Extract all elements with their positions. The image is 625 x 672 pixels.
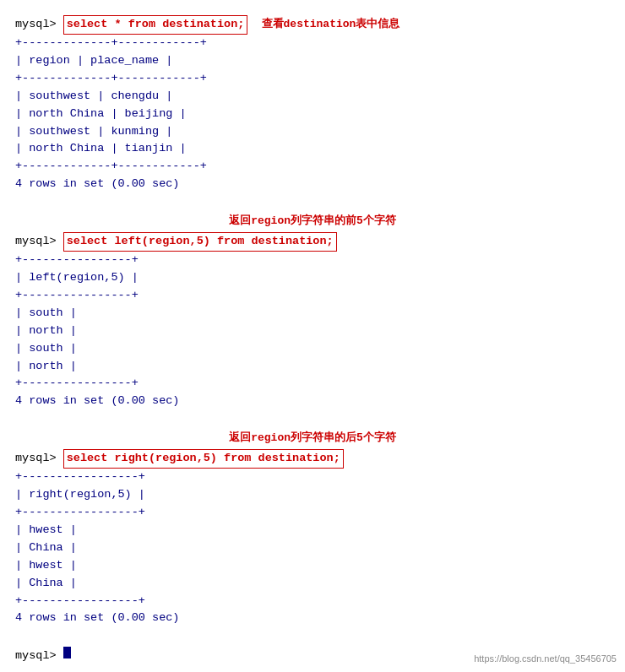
row-1-3: | southwest | kunming |: [15, 123, 610, 141]
query-1-line: mysql> select * from destination; 查看dest…: [15, 15, 610, 35]
comment-label-2-wrapper: 返回region列字符串的前5个字符: [15, 213, 610, 230]
row-2-1: | south |: [15, 305, 610, 322]
row-2-4: | north |: [15, 358, 610, 376]
prompt-label-2: mysql>: [15, 233, 57, 251]
separator-mid-1: +-------------+------------+: [15, 70, 610, 88]
query-block-3: mysql> select right(region,5) from desti…: [15, 449, 610, 627]
header-1: | region | place_name |: [15, 52, 610, 70]
sql-command-1: select * from destination;: [63, 15, 248, 35]
result-1: 4 rows in set (0.00 sec): [15, 176, 610, 193]
row-1-1: | southwest | chengdu |: [15, 88, 610, 106]
row-2-2: | north |: [15, 322, 610, 340]
query-2-line: mysql> select left(region,5) from destin…: [15, 232, 610, 252]
separator-bot-1: +-------------+------------+: [15, 158, 610, 176]
separator-top-3: +-----------------+: [15, 469, 610, 486]
separator-mid-3: +-----------------+: [15, 504, 610, 522]
prompt-label-1: mysql>: [15, 16, 57, 34]
row-1-4: | north China | tianjin |: [15, 140, 610, 158]
query-block-1: mysql> select * from destination; 查看dest…: [15, 15, 610, 193]
row-2-3: | south |: [15, 340, 610, 358]
comment-label-3: 返回region列字符串的后5个字符: [229, 431, 396, 444]
separator-top-2: +----------------+: [15, 252, 610, 269]
row-3-3: | hwest |: [15, 557, 610, 575]
final-prompt-label: mysql>: [15, 648, 57, 665]
header-3: | right(region,5) |: [15, 486, 610, 504]
query-block-2: mysql> select left(region,5) from destin…: [15, 232, 610, 410]
row-3-2: | China |: [15, 539, 610, 557]
result-2: 4 rows in set (0.00 sec): [15, 393, 610, 410]
separator-top-1: +-------------+------------+: [15, 35, 610, 52]
row-1-2: | north China | beijing |: [15, 106, 610, 123]
prompt-label-3: mysql>: [15, 450, 57, 468]
cursor: [63, 647, 71, 658]
row-3-4: | China |: [15, 575, 610, 593]
comment-label-3-wrapper: 返回region列字符串的后5个字符: [15, 430, 610, 447]
sql-command-2: select left(region,5) from destination;: [63, 232, 337, 252]
query-3-line: mysql> select right(region,5) from desti…: [15, 449, 610, 469]
separator-mid-2: +----------------+: [15, 287, 610, 305]
row-3-1: | hwest |: [15, 522, 610, 539]
result-3: 4 rows in set (0.00 sec): [15, 610, 610, 627]
separator-bot-2: +----------------+: [15, 375, 610, 393]
watermark: https://blog.csdn.net/qq_35456705: [474, 653, 617, 664]
terminal-window: mysql> select * from destination; 查看dest…: [10, 8, 615, 672]
comment-label-2: 返回region列字符串的前5个字符: [229, 214, 396, 227]
comment-1: 查看destination表中信息: [262, 16, 400, 33]
separator-bot-3: +-----------------+: [15, 593, 610, 610]
sql-command-3: select right(region,5) from destination;: [63, 449, 344, 469]
header-2: | left(region,5) |: [15, 269, 610, 287]
